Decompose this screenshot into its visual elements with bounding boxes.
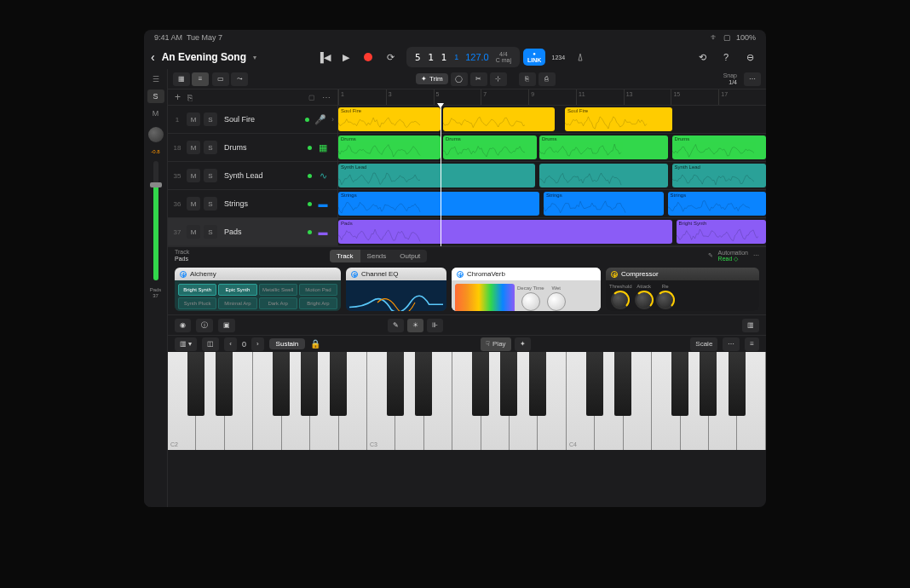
power-icon[interactable]: ⏻: [351, 271, 358, 278]
play-button[interactable]: ▶: [337, 48, 355, 66]
plugin-chromaverb[interactable]: ⏻ChromaVerb Decay Time Wet: [452, 268, 601, 311]
piano-keyboard[interactable]: C2C3C4: [168, 352, 766, 450]
solo-button[interactable]: S: [147, 89, 164, 103]
octave-down[interactable]: ‹: [224, 337, 237, 351]
region[interactable]: Drums: [539, 135, 668, 159]
copy-tool[interactable]: ⎘: [519, 72, 536, 86]
re-knob[interactable]: Re: [656, 284, 675, 309]
instrument-icon[interactable]: ▦: [315, 140, 331, 155]
power-icon[interactable]: ⏻: [180, 271, 187, 278]
cycle-button[interactable]: ⟳: [381, 48, 400, 66]
instrument-icon[interactable]: ▬: [315, 196, 331, 211]
solo-button[interactable]: S: [204, 169, 217, 182]
automation-mode[interactable]: AutomationRead ◇: [718, 250, 748, 262]
black-key[interactable]: [301, 352, 318, 416]
region[interactable]: Drums: [338, 135, 441, 159]
mute-button[interactable]: M: [187, 112, 200, 126]
mixer-more-icon[interactable]: ⋯: [753, 252, 759, 259]
volume-fader[interactable]: [153, 161, 158, 280]
rewind-button[interactable]: ▐◀: [314, 48, 333, 66]
preset-button[interactable]: Bright Arp: [299, 297, 337, 309]
dropdown-icon[interactable]: ▾: [253, 54, 256, 61]
snap-setting[interactable]: Snap1/4: [723, 72, 740, 85]
glissando-button[interactable]: ≡: [745, 337, 759, 351]
mute-button[interactable]: M: [147, 107, 164, 120]
settings-button[interactable]: ⊖: [740, 48, 759, 66]
lcd-display[interactable]: 5 1 1 1 127.0 4/4C maj: [406, 47, 520, 67]
plugin-alchemy[interactable]: ⏻Alchemy Bright SynthEpic SynthMetallic …: [175, 268, 341, 311]
panel-button[interactable]: ▣: [218, 319, 235, 332]
region[interactable]: Bright Synth: [677, 220, 766, 244]
black-key[interactable]: [586, 352, 603, 416]
undo-button[interactable]: ⟲: [693, 48, 711, 66]
join-tool[interactable]: ⊹: [490, 72, 507, 86]
mute-button[interactable]: M: [187, 169, 200, 182]
metronome-button[interactable]: [571, 48, 590, 66]
light-mode-button[interactable]: ☀: [407, 319, 423, 332]
pan-knob[interactable]: [148, 127, 164, 142]
record-button[interactable]: [359, 48, 377, 66]
edit-mode-button[interactable]: ✎: [388, 319, 404, 332]
edit-icon[interactable]: ✎: [708, 252, 713, 259]
region[interactable]: Drums: [672, 135, 766, 159]
preset-button[interactable]: Dark Arp: [259, 297, 297, 309]
loop-tool[interactable]: ◯: [451, 72, 468, 86]
scissors-tool[interactable]: ✂: [470, 72, 487, 86]
plugin-compressor[interactable]: ⏻Compressor ThresholdAttackRe: [606, 268, 759, 311]
region[interactable]: [539, 164, 668, 187]
region[interactable]: Synth Lead: [672, 164, 766, 187]
black-key[interactable]: [330, 352, 347, 416]
tab-output[interactable]: Output: [393, 250, 427, 262]
loop-browser-icon[interactable]: ⎘: [187, 93, 193, 102]
view-grid-button[interactable]: ▦: [173, 72, 190, 86]
record-enable-icon[interactable]: [305, 118, 309, 122]
solo-button[interactable]: S: [204, 197, 217, 210]
attack-knob[interactable]: Attack: [635, 284, 654, 309]
region[interactable]: Soul Fire: [565, 107, 672, 131]
black-key[interactable]: [387, 352, 404, 416]
record-enable-icon[interactable]: [308, 202, 312, 206]
track-header-strings[interactable]: 36 M S Strings ▬: [168, 190, 337, 218]
lock-icon[interactable]: 🔒: [310, 339, 320, 349]
decay-knob[interactable]: Decay Time: [517, 285, 544, 311]
keyboard-more-button[interactable]: ⋯: [723, 337, 740, 351]
preset-button[interactable]: Epic Synth: [218, 284, 256, 296]
black-key[interactable]: [187, 352, 204, 416]
keyboard-play-button[interactable]: ☟ Play: [481, 337, 511, 351]
black-key[interactable]: [273, 352, 290, 416]
preset-button[interactable]: Motion Pad: [299, 284, 337, 296]
black-key[interactable]: [500, 352, 517, 416]
sidebar-settings-icon[interactable]: ☰: [147, 72, 164, 86]
info-button[interactable]: ⓘ: [196, 319, 213, 332]
view-region-button[interactable]: ▭: [212, 72, 229, 86]
solo-button[interactable]: S: [204, 141, 217, 154]
black-key[interactable]: [700, 352, 717, 416]
count-in-button[interactable]: 1234: [549, 48, 567, 66]
region[interactable]: Drums: [443, 135, 537, 159]
arpeggiator-button[interactable]: ✦: [515, 337, 531, 351]
threshold-knob[interactable]: Threshold: [609, 284, 632, 309]
instrument-icon[interactable]: ▬: [315, 224, 331, 239]
ruler[interactable]: 1357911131517: [338, 89, 766, 106]
plugin-channel-eq[interactable]: ⏻Channel EQ: [346, 268, 446, 311]
region[interactable]: [443, 107, 555, 131]
keyboard-view-button[interactable]: ▥ ▾: [175, 337, 197, 351]
playhead[interactable]: [441, 106, 441, 246]
trim-tool[interactable]: ✦Trim: [416, 73, 448, 84]
solo-button[interactable]: S: [204, 225, 217, 239]
sound-library-button[interactable]: ◉: [175, 319, 191, 332]
region[interactable]: Strings: [544, 192, 664, 216]
region[interactable]: Pads: [338, 220, 672, 244]
keyboard-toggle[interactable]: ▥: [742, 319, 759, 332]
back-button[interactable]: ‹: [151, 50, 155, 64]
mute-button[interactable]: M: [187, 141, 200, 154]
region[interactable]: Strings: [338, 192, 539, 216]
black-key[interactable]: [216, 352, 233, 416]
track-header-synth-lead[interactable]: 35 M S Synth Lead ∿: [168, 162, 337, 190]
tab-sends[interactable]: Sends: [360, 250, 394, 262]
scale-button[interactable]: Scale: [690, 337, 717, 351]
track-header-soul-fire[interactable]: 1 M S Soul Fire 🎤 ›: [168, 106, 337, 134]
preset-button[interactable]: Metallic Swell: [259, 284, 297, 296]
black-key[interactable]: [415, 352, 432, 416]
track-header-pads[interactable]: 37 M S Pads ▬: [168, 218, 337, 246]
